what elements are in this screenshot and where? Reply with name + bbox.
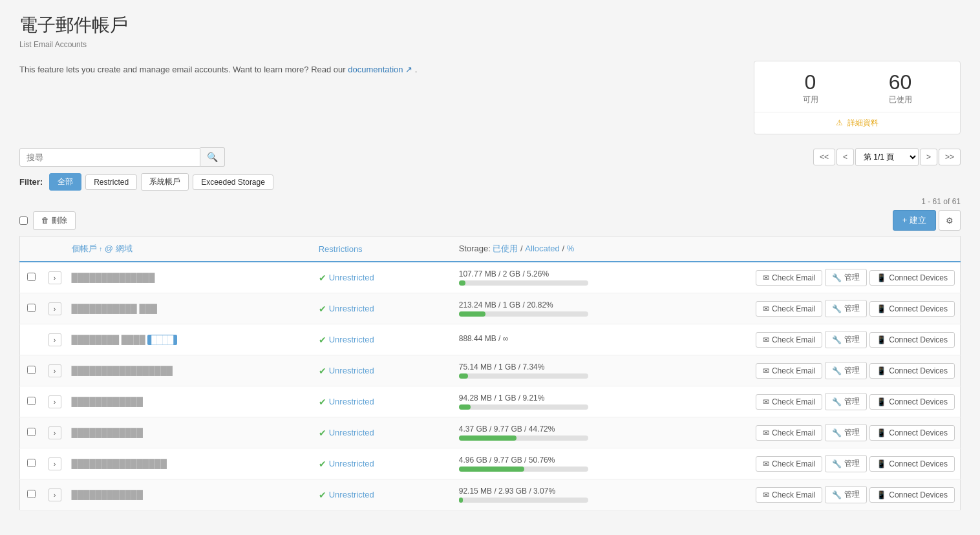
connect-devices-button[interactable]: 📱 Connect Devices (869, 332, 955, 348)
quota-detail-link[interactable]: ⚠ 詳細資料 (754, 112, 960, 134)
connect-devices-button[interactable]: 📱 Connect Devices (869, 270, 955, 286)
storage-pct-link[interactable]: % (567, 244, 575, 253)
manage-button[interactable]: 🔧 管理 (825, 486, 867, 503)
check-email-button[interactable]: ✉ Check Email (756, 363, 822, 379)
check-icon: ✔ (319, 273, 326, 283)
email-accounts-table: 個帳戶 ↑ @ 網域 Restrictions Storage: 已使用 / A… (19, 236, 961, 510)
row-check-cell (20, 417, 43, 448)
row-checkbox[interactable] (27, 490, 36, 498)
account-name: ████████████ (72, 428, 144, 437)
check-email-button[interactable]: ✉ Check Email (756, 301, 822, 317)
expand-button[interactable]: › (48, 302, 61, 315)
row-storage-cell: 107.77 MB / 2 GB / 5.26% (454, 262, 751, 293)
row-actions-cell: ✉ Check Email🔧 管理📱 Connect Devices (751, 355, 961, 386)
device-icon: 📱 (877, 490, 886, 499)
page-next-button[interactable]: > (920, 149, 937, 165)
connect-devices-button[interactable]: 📱 Connect Devices (869, 301, 955, 317)
table-row: ›███████████ ███✔Unrestricted213.24 MB /… (20, 293, 961, 324)
wrench-icon: 🔧 (832, 459, 842, 468)
connect-devices-button[interactable]: 📱 Connect Devices (869, 456, 955, 472)
expand-button[interactable]: › (48, 426, 61, 439)
quota-detail-label: 詳細資料 (847, 118, 879, 127)
expand-button[interactable]: › (48, 457, 61, 470)
email-icon: ✉ (763, 273, 769, 282)
search-input[interactable] (19, 148, 200, 167)
row-check-cell (20, 386, 43, 417)
delete-button[interactable]: 🗑 刪除 (33, 211, 76, 230)
description-suffix: . (415, 65, 418, 74)
progress-bar-fill (459, 435, 517, 441)
row-actions-cell: ✉ Check Email🔧 管理📱 Connect Devices (751, 417, 961, 448)
check-icon: ✔ (319, 428, 326, 438)
storage-allocated-link[interactable]: Allocated (525, 244, 559, 253)
connect-devices-button[interactable]: 📱 Connect Devices (869, 363, 955, 379)
quota-available: 0 可用 (803, 70, 818, 105)
row-checkbox[interactable] (27, 366, 36, 374)
filter-exceeded[interactable]: Exceeded Storage (193, 174, 273, 190)
page-prev-button[interactable]: < (836, 149, 854, 165)
restriction-value: ✔Unrestricted (319, 490, 449, 500)
manage-button[interactable]: 🔧 管理 (825, 393, 867, 410)
row-storage-cell: 213.24 MB / 1 GB / 20.82% (454, 293, 751, 324)
row-checkbox[interactable] (27, 459, 36, 467)
device-icon: 📱 (877, 428, 886, 437)
row-restriction-cell: ✔Unrestricted (314, 355, 454, 386)
device-icon: 📱 (877, 459, 886, 468)
page-first-button[interactable]: << (813, 149, 835, 165)
check-email-button[interactable]: ✉ Check Email (756, 270, 822, 286)
manage-button[interactable]: 🔧 管理 (825, 331, 867, 348)
device-icon: 📱 (877, 304, 886, 313)
check-icon: ✔ (319, 459, 326, 469)
check-email-button[interactable]: ✉ Check Email (756, 394, 822, 410)
check-email-button[interactable]: ✉ Check Email (756, 332, 822, 348)
page-last-button[interactable]: >> (939, 149, 961, 165)
expand-button[interactable]: › (48, 488, 61, 501)
row-actions-cell: ✉ Check Email🔧 管理📱 Connect Devices (751, 386, 961, 417)
filter-all[interactable]: 全部 (49, 173, 81, 191)
manage-button[interactable]: 🔧 管理 (825, 455, 867, 472)
row-checkbox[interactable] (27, 428, 36, 436)
row-storage-cell: 94.28 MB / 1 GB / 9.21% (454, 386, 751, 417)
page-container: 電子郵件帳戶 List Email Accounts This feature … (0, 0, 980, 523)
header-expand (43, 236, 67, 262)
expand-button[interactable]: › (48, 395, 61, 408)
check-email-button[interactable]: ✉ Check Email (756, 456, 822, 472)
wrench-icon: 🔧 (832, 273, 842, 282)
search-button[interactable]: 🔍 (200, 147, 225, 167)
expand-button[interactable]: › (48, 364, 61, 377)
storage-used-link[interactable]: 已使用 (493, 244, 518, 253)
select-all-checkbox[interactable] (19, 216, 28, 225)
connect-devices-button[interactable]: 📱 Connect Devices (869, 394, 955, 410)
wrench-icon: 🔧 (832, 397, 842, 406)
quota-available-number: 0 (803, 70, 818, 94)
manage-button[interactable]: 🔧 管理 (825, 300, 867, 317)
manage-button[interactable]: 🔧 管理 (825, 424, 867, 441)
check-email-button[interactable]: ✉ Check Email (756, 425, 822, 441)
expand-button[interactable]: › (48, 271, 61, 284)
action-row: 🗑 刪除 + 建立 ⚙ (19, 210, 961, 231)
table-row: ›████████████✔Unrestricted4.37 GB / 9.77… (20, 417, 961, 448)
row-checkbox[interactable] (27, 397, 36, 405)
documentation-link[interactable]: documentation ↗ (348, 65, 415, 74)
connect-devices-button[interactable]: 📱 Connect Devices (869, 487, 955, 503)
manage-button[interactable]: 🔧 管理 (825, 269, 867, 286)
row-expand-cell: › (43, 293, 67, 324)
wrench-icon: 🔧 (832, 490, 842, 499)
trash-icon: 🗑 (41, 216, 49, 225)
filter-system[interactable]: 系統帳戶 (141, 173, 189, 191)
row-checkbox[interactable] (27, 304, 36, 312)
create-button[interactable]: + 建立 (893, 210, 936, 231)
row-checkbox[interactable] (27, 273, 36, 281)
connect-devices-button[interactable]: 📱 Connect Devices (869, 425, 955, 441)
manage-button[interactable]: 🔧 管理 (825, 362, 867, 379)
header-account[interactable]: 個帳戶 ↑ @ 網域 (67, 236, 314, 262)
table-row: ›████████████████✔Unrestricted4.96 GB / … (20, 448, 961, 479)
row-expand-cell: › (43, 417, 67, 448)
table-row: ›████████ ████ ████✔Unrestricted888.44 M… (20, 324, 961, 355)
header-actions (751, 236, 961, 262)
gear-button[interactable]: ⚙ (939, 210, 961, 231)
page-selector[interactable]: 第 1/1 頁 (855, 148, 919, 166)
expand-button[interactable]: › (48, 333, 61, 346)
check-email-button[interactable]: ✉ Check Email (756, 487, 822, 503)
filter-restricted[interactable]: Restricted (85, 174, 137, 190)
